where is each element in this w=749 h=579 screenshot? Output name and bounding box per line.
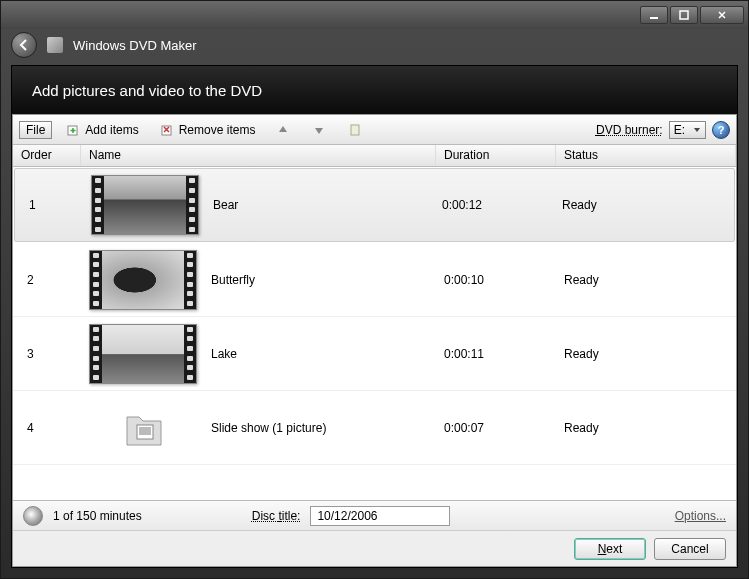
item-duration: 0:00:12 — [434, 198, 554, 212]
item-name: Lake — [211, 347, 237, 361]
list-item[interactable]: 1 Bear 0:00:12 Ready — [14, 168, 735, 242]
status-bar: 1 of 150 minutes Disc title: Options... — [13, 500, 736, 530]
col-status[interactable]: Status — [556, 145, 676, 166]
app-icon — [47, 37, 63, 53]
next-button[interactable]: Next — [574, 538, 646, 560]
file-menu-button[interactable]: File — [19, 121, 52, 139]
properties-icon — [347, 122, 363, 138]
item-name-cell: Bear — [83, 175, 434, 235]
cancel-button[interactable]: Cancel — [654, 538, 726, 560]
item-duration: 0:00:07 — [436, 421, 556, 435]
arrow-down-icon — [311, 122, 327, 138]
toolbar: File Add items Remove items — [13, 115, 736, 145]
item-order: 3 — [13, 347, 81, 361]
svg-rect-0 — [650, 17, 658, 19]
burner-select[interactable]: E: — [669, 121, 706, 139]
svg-rect-6 — [139, 427, 151, 435]
move-up-button[interactable] — [268, 119, 298, 141]
item-status: Ready — [554, 198, 674, 212]
item-name-cell: Lake — [81, 324, 436, 384]
item-order: 1 — [15, 198, 83, 212]
footer-buttons: Next Cancel — [13, 530, 736, 566]
add-items-label: Add items — [85, 123, 138, 137]
item-name: Butterfly — [211, 273, 255, 287]
remove-items-label: Remove items — [179, 123, 256, 137]
add-items-button[interactable]: Add items — [58, 119, 145, 141]
item-name: Bear — [213, 198, 238, 212]
slideshow-folder-icon — [119, 403, 169, 453]
col-order[interactable]: Order — [13, 145, 81, 166]
video-thumbnail — [89, 324, 197, 384]
item-name-cell: Slide show (1 picture) — [81, 403, 436, 453]
disc-usage-text: 1 of 150 minutes — [53, 509, 142, 523]
item-order: 4 — [13, 421, 81, 435]
navbar: Windows DVD Maker — [1, 29, 748, 61]
list-item[interactable]: 2 Butterfly 0:00:10 Ready — [13, 243, 736, 317]
col-name[interactable]: Name — [81, 145, 436, 166]
item-name: Slide show (1 picture) — [211, 421, 326, 435]
item-list[interactable]: 1 Bear 0:00:12 Ready 2 Butterfly 0:00:10… — [13, 167, 736, 500]
page-title: Add pictures and video to the DVD — [32, 82, 262, 99]
disc-usage-icon — [23, 506, 43, 526]
page-header: Add pictures and video to the DVD — [12, 66, 737, 114]
col-duration[interactable]: Duration — [436, 145, 556, 166]
add-icon — [65, 122, 81, 138]
remove-icon — [159, 122, 175, 138]
content-frame: Add pictures and video to the DVD File A… — [11, 65, 738, 568]
col-extra — [676, 145, 736, 166]
disc-title-label: Disc title: — [252, 509, 301, 523]
chevron-down-icon — [693, 126, 701, 134]
move-down-button[interactable] — [304, 119, 334, 141]
svg-rect-1 — [680, 11, 688, 19]
help-button[interactable]: ? — [712, 121, 730, 139]
back-button[interactable] — [11, 32, 37, 58]
item-duration: 0:00:10 — [436, 273, 556, 287]
burner-label: DVD burner: — [596, 123, 663, 137]
item-order: 2 — [13, 273, 81, 287]
item-status: Ready — [556, 421, 676, 435]
item-status: Ready — [556, 347, 676, 361]
maximize-button[interactable] — [670, 6, 698, 24]
arrow-up-icon — [275, 122, 291, 138]
item-duration: 0:00:11 — [436, 347, 556, 361]
list-item[interactable]: 3 Lake 0:00:11 Ready — [13, 317, 736, 391]
svg-rect-4 — [351, 125, 359, 135]
item-name-cell: Butterfly — [81, 250, 436, 310]
minimize-button[interactable] — [640, 6, 668, 24]
main-panel: File Add items Remove items — [12, 114, 737, 567]
disc-title-input[interactable] — [310, 506, 450, 526]
close-button[interactable] — [700, 6, 744, 24]
titlebar — [1, 1, 748, 29]
grid-header: Order Name Duration Status — [13, 145, 736, 167]
app-window: Windows DVD Maker Add pictures and video… — [0, 0, 749, 579]
remove-items-button[interactable]: Remove items — [152, 119, 263, 141]
video-thumbnail — [91, 175, 199, 235]
video-thumbnail — [89, 250, 197, 310]
properties-button[interactable] — [340, 119, 370, 141]
options-link[interactable]: Options... — [675, 509, 726, 523]
list-item[interactable]: 4 Slide show (1 picture) 0:00:07 Ready — [13, 391, 736, 465]
item-status: Ready — [556, 273, 676, 287]
burner-value: E: — [674, 123, 685, 137]
app-title: Windows DVD Maker — [73, 38, 197, 53]
